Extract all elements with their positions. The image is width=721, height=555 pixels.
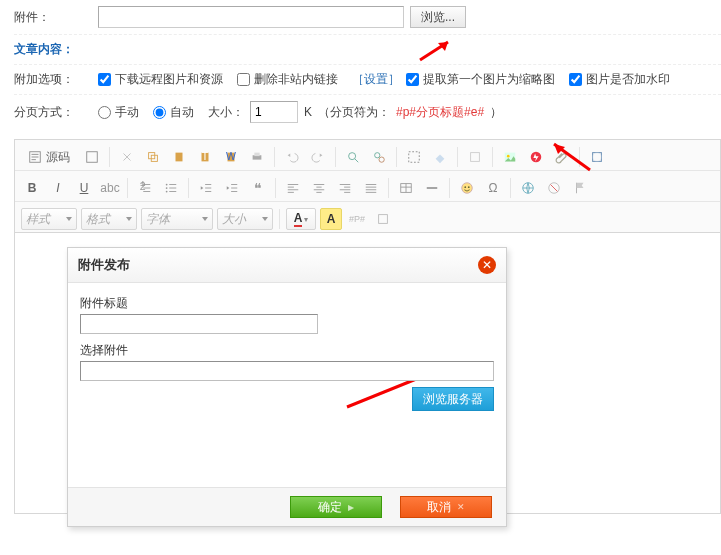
opt-watermark[interactable]: 图片是否加水印 [569, 71, 670, 88]
font-select[interactable]: 字体 [141, 208, 213, 230]
indent-button[interactable] [221, 177, 243, 199]
hr-button[interactable] [421, 177, 443, 199]
pagebreak-button[interactable]: #P# [346, 208, 368, 230]
replace-button[interactable] [368, 146, 390, 168]
size-select[interactable]: 大小 [217, 208, 273, 230]
paste-text-icon: T [198, 150, 212, 164]
selectall-button[interactable] [403, 146, 425, 168]
svg-rect-31 [379, 215, 388, 224]
attachment-input[interactable] [98, 6, 404, 28]
table-icon [399, 181, 413, 195]
more-button[interactable] [372, 208, 394, 230]
bgcolor-button[interactable]: A [320, 208, 342, 230]
anchor-button[interactable] [569, 177, 591, 199]
field-title-input[interactable] [80, 314, 318, 334]
svg-point-23 [166, 187, 168, 189]
preview-button[interactable] [81, 146, 103, 168]
align-center-button[interactable] [308, 177, 330, 199]
paste-button[interactable] [168, 146, 190, 168]
format-select[interactable]: 格式 [81, 208, 137, 230]
toolbar-sep [492, 147, 493, 167]
ol-button[interactable]: 12 [134, 177, 156, 199]
fullscreen-icon [590, 150, 604, 164]
redo-button[interactable] [307, 146, 329, 168]
dialog-close-button[interactable]: ✕ [478, 256, 496, 274]
paging-unit: K [304, 105, 312, 119]
copy-button[interactable] [142, 146, 164, 168]
italic-button[interactable]: I [47, 177, 69, 199]
opt-dl-remote-checkbox[interactable] [98, 73, 111, 86]
caret-icon [66, 217, 72, 221]
toolbar-sep [335, 147, 336, 167]
close-icon: ✕ [457, 502, 465, 512]
specialchar-button[interactable]: Ω [482, 177, 504, 199]
svg-point-17 [507, 155, 510, 158]
content-header-row: 文章内容： [14, 35, 721, 65]
rich-text-editor: 源码 T W B I U abc 12 [14, 139, 721, 514]
paging-auto[interactable]: 自动 [153, 104, 194, 121]
opt-dl-remote[interactable]: 下载远程图片和资源 [98, 71, 223, 88]
paging-auto-radio[interactable] [153, 106, 166, 119]
browse-button[interactable]: 浏览... [410, 6, 466, 28]
print-button[interactable] [246, 146, 268, 168]
opt-first-thumb[interactable]: 提取第一个图片为缩略图 [406, 71, 555, 88]
align-center-icon [312, 181, 326, 195]
toolbar-sep [579, 147, 580, 167]
removeformat-button[interactable] [429, 146, 451, 168]
paste-text-button[interactable]: T [194, 146, 216, 168]
outdent-button[interactable] [195, 177, 217, 199]
ok-button[interactable]: 确定▸ [290, 496, 382, 518]
attach-button[interactable] [551, 146, 573, 168]
underline-button[interactable]: U [73, 177, 95, 199]
field-file-input[interactable] [80, 361, 494, 381]
table-button[interactable] [395, 177, 417, 199]
addon-icon [468, 150, 482, 164]
flash-button[interactable] [525, 146, 547, 168]
opt-strip-links-checkbox[interactable] [237, 73, 250, 86]
paste-word-button[interactable]: W [220, 146, 242, 168]
toolbar-sep [127, 178, 128, 198]
unlink-button[interactable] [543, 177, 565, 199]
svg-point-13 [379, 157, 384, 162]
align-justify-button[interactable] [360, 177, 382, 199]
browse-server-button[interactable]: 浏览服务器 [412, 387, 494, 411]
textcolor-button[interactable]: A [286, 208, 316, 230]
cut-button[interactable] [116, 146, 138, 168]
opt-first-thumb-checkbox[interactable] [406, 73, 419, 86]
chevron-right-icon: ▸ [348, 500, 354, 514]
undo-button[interactable] [281, 146, 303, 168]
addon1-button[interactable] [464, 146, 486, 168]
paging-manual[interactable]: 手动 [98, 104, 139, 121]
cancel-button[interactable]: 取消✕ [400, 496, 492, 518]
source-button[interactable]: 源码 [21, 146, 77, 168]
toolbar-sep [396, 147, 397, 167]
toolbar-sep [449, 178, 450, 198]
strike-button[interactable]: abc [99, 177, 121, 199]
fullscreen-button[interactable] [586, 146, 608, 168]
paging-label: 分页方式： [14, 104, 98, 121]
bold-button[interactable]: B [21, 177, 43, 199]
toolbar-sep [188, 178, 189, 198]
dialog-title: 附件发布 [78, 256, 130, 274]
align-right-button[interactable] [334, 177, 356, 199]
opt-watermark-checkbox[interactable] [569, 73, 582, 86]
svg-point-12 [375, 153, 380, 158]
blockquote-button[interactable]: ❝ [247, 177, 269, 199]
link-button[interactable] [517, 177, 539, 199]
redo-icon [311, 150, 325, 164]
caret-icon [202, 217, 208, 221]
opt-strip-links[interactable]: 删除非站内链接 [237, 71, 338, 88]
paging-size-label: 大小： [208, 104, 244, 121]
paging-manual-radio[interactable] [98, 106, 111, 119]
svg-point-24 [166, 191, 168, 193]
find-button[interactable] [342, 146, 364, 168]
settings-link[interactable]: ［设置］ [352, 71, 400, 88]
image-button[interactable] [499, 146, 521, 168]
editor-canvas[interactable]: 附件发布 ✕ 附件标题 选择附件 浏览服务器 确定▸ 取消✕ [15, 233, 720, 513]
field-title-label: 附件标题 [80, 295, 494, 312]
smiley-button[interactable] [456, 177, 478, 199]
paging-size-input[interactable] [250, 101, 298, 123]
ul-button[interactable] [160, 177, 182, 199]
align-left-button[interactable] [282, 177, 304, 199]
style-select[interactable]: 样式 [21, 208, 77, 230]
